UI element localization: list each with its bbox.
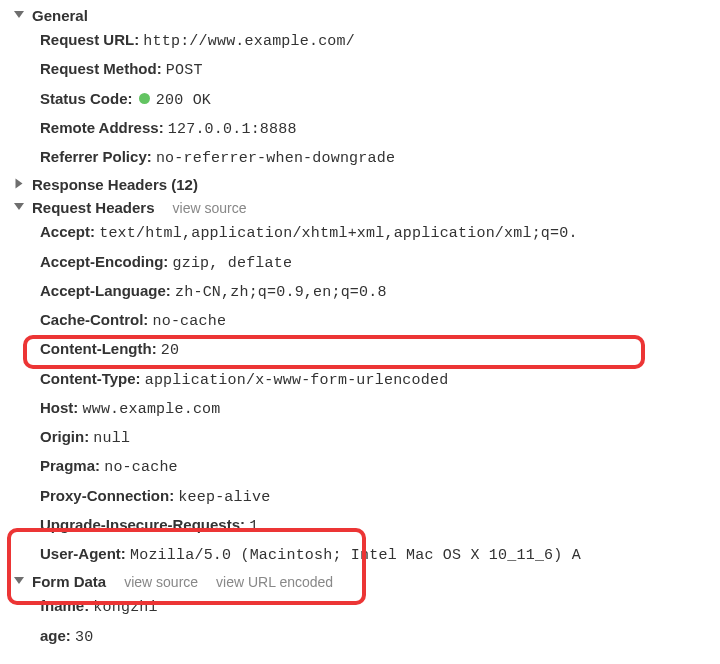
key: Request URL:	[40, 31, 139, 48]
section-general-title: General	[32, 7, 88, 24]
key: Upgrade-Insecure-Requests:	[40, 516, 245, 533]
value: no-cache	[153, 313, 227, 330]
view-url-encoded-link[interactable]: view URL encoded	[216, 574, 333, 590]
row-content-length: Content-Length: 20	[40, 335, 720, 364]
row-status-code: Status Code: 200 OK	[40, 85, 720, 114]
section-request-headers: Request Headers view source Accept: text…	[0, 197, 720, 569]
chevron-down-icon	[14, 577, 24, 584]
view-source-link[interactable]: view source	[173, 200, 247, 216]
key: Proxy-Connection:	[40, 487, 174, 504]
key: Content-Type:	[40, 370, 141, 387]
section-general-header[interactable]: General	[0, 5, 720, 26]
section-form-data: Form Data view source view URL encoded f…	[0, 571, 720, 651]
section-request-headers-header[interactable]: Request Headers view source	[0, 197, 720, 218]
key: Cache-Control:	[40, 311, 148, 328]
key: Request Method:	[40, 60, 162, 77]
key: Referrer Policy:	[40, 148, 152, 165]
key: Host:	[40, 399, 78, 416]
chevron-right-icon	[16, 179, 23, 189]
chevron-down-icon	[14, 203, 24, 210]
row-user-agent: User-Agent: Mozilla/5.0 (Macintosh; Inte…	[40, 540, 720, 569]
key: Remote Address:	[40, 119, 164, 136]
section-response-headers-header[interactable]: Response Headers (12)	[0, 174, 720, 195]
value: no-referrer-when-downgrade	[156, 150, 395, 167]
general-list: Request URL: http://www.example.com/ Req…	[0, 26, 720, 172]
form-data-list: fname: kongzhi age: 30	[0, 592, 720, 651]
key: User-Agent:	[40, 545, 126, 562]
devtools-headers-panel: General Request URL: http://www.example.…	[0, 5, 720, 651]
row-proxy-connection: Proxy-Connection: keep-alive	[40, 482, 720, 511]
value: www.example.com	[83, 401, 221, 418]
value: 20	[161, 342, 179, 359]
row-content-type: Content-Type: application/x-www-form-url…	[40, 365, 720, 394]
value: no-cache	[104, 459, 178, 476]
key: Origin:	[40, 428, 89, 445]
value: keep-alive	[178, 489, 270, 506]
section-form-data-header[interactable]: Form Data view source view URL encoded	[0, 571, 720, 592]
row-request-method: Request Method: POST	[40, 55, 720, 84]
view-source-link[interactable]: view source	[124, 574, 198, 590]
key: age:	[40, 627, 71, 644]
section-response-headers: Response Headers (12)	[0, 174, 720, 195]
row-accept: Accept: text/html,application/xhtml+xml,…	[40, 218, 720, 247]
section-form-data-title: Form Data	[32, 573, 106, 590]
key: Status Code:	[40, 90, 133, 107]
value: 1	[249, 518, 258, 535]
value: application/x-www-form-urlencoded	[145, 372, 449, 389]
row-accept-encoding: Accept-Encoding: gzip, deflate	[40, 248, 720, 277]
value: http://www.example.com/	[143, 33, 355, 50]
key: Pragma:	[40, 457, 100, 474]
value: POST	[166, 62, 203, 79]
row-referrer-policy: Referrer Policy: no-referrer-when-downgr…	[40, 143, 720, 172]
value: zh-CN,zh;q=0.9,en;q=0.8	[175, 284, 387, 301]
key: Accept-Language:	[40, 282, 171, 299]
key: Content-Length:	[40, 340, 157, 357]
value: text/html,application/xhtml+xml,applicat…	[99, 225, 577, 242]
key: Accept-Encoding:	[40, 253, 168, 270]
row-cache-control: Cache-Control: no-cache	[40, 306, 720, 335]
request-headers-list: Accept: text/html,application/xhtml+xml,…	[0, 218, 720, 569]
value: Mozilla/5.0 (Macintosh; Intel Mac OS X 1…	[130, 547, 581, 564]
section-general: General Request URL: http://www.example.…	[0, 5, 720, 172]
value: null	[93, 430, 130, 447]
row-remote-address: Remote Address: 127.0.0.1:8888	[40, 114, 720, 143]
section-response-headers-title: Response Headers (12)	[32, 176, 198, 193]
value: gzip, deflate	[173, 255, 293, 272]
key: fname:	[40, 597, 89, 614]
key: Accept:	[40, 223, 95, 240]
row-origin: Origin: null	[40, 423, 720, 452]
status-dot-icon	[139, 93, 150, 104]
section-request-headers-title: Request Headers	[32, 199, 155, 216]
value: 200 OK	[156, 92, 211, 109]
row-upgrade-insecure-requests: Upgrade-Insecure-Requests: 1	[40, 511, 720, 540]
value: 30	[75, 629, 93, 646]
chevron-down-icon	[14, 11, 24, 18]
row-host: Host: www.example.com	[40, 394, 720, 423]
row-request-url: Request URL: http://www.example.com/	[40, 26, 720, 55]
value: 127.0.0.1:8888	[168, 121, 297, 138]
row-age: age: 30	[40, 622, 720, 651]
row-fname: fname: kongzhi	[40, 592, 720, 621]
row-accept-language: Accept-Language: zh-CN,zh;q=0.9,en;q=0.8	[40, 277, 720, 306]
row-pragma: Pragma: no-cache	[40, 452, 720, 481]
value: kongzhi	[93, 599, 157, 616]
